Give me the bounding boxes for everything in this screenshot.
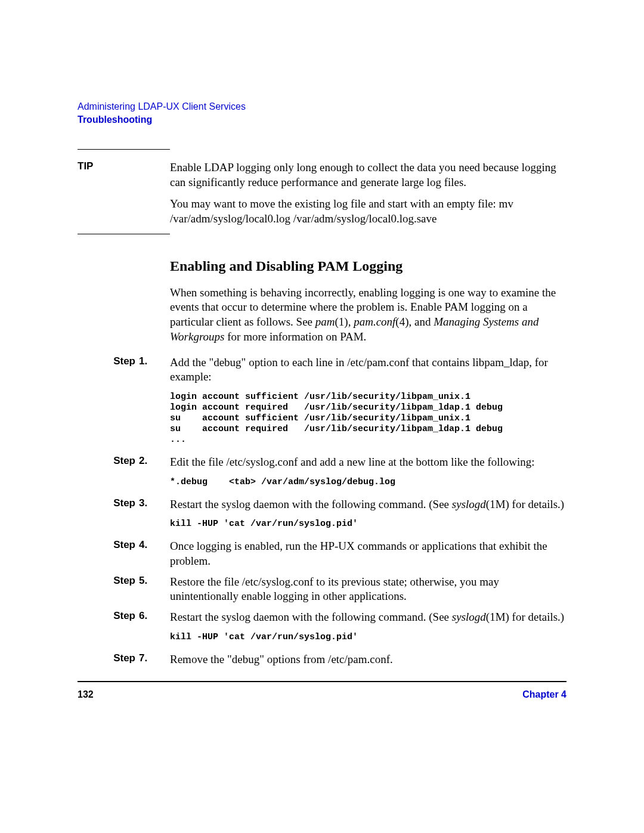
- step-text: Edit the file /etc/syslog.conf and add a…: [170, 455, 566, 470]
- page-footer: 132 Chapter 4: [78, 681, 566, 700]
- step-label: Step: [113, 497, 135, 509]
- tip-content: Enable LDAP logging only long enough to …: [170, 160, 566, 234]
- step-label: Step: [113, 355, 135, 367]
- tip-rule-top: [78, 149, 170, 150]
- step-text-prefix: Restart the syslog daemon with the follo…: [170, 498, 452, 510]
- step-number: 7.: [139, 652, 147, 664]
- step-number: 4.: [139, 539, 147, 550]
- breadcrumb: Administering LDAP-UX Client Services: [78, 101, 566, 112]
- step-text-prefix: Restart the syslog daemon with the follo…: [170, 611, 452, 623]
- tip-rule-bottom: [78, 234, 170, 234]
- step-number: 1.: [139, 355, 147, 367]
- tip-label: TIP: [78, 160, 170, 172]
- step-text-ital: syslogd: [452, 611, 486, 623]
- step-text: Once logging is enabled, run the HP-UX c…: [170, 539, 566, 568]
- step-number: 3.: [139, 497, 147, 509]
- tip-block: TIP Enable LDAP logging only long enough…: [78, 149, 566, 234]
- step-6: Step 6. Restart the syslog daemon with t…: [78, 610, 566, 625]
- step-label: Step: [113, 539, 135, 550]
- step-number: 5.: [139, 575, 147, 586]
- intro-text-mid2: (4), and: [395, 315, 434, 328]
- chapter-label: Chapter 4: [522, 689, 566, 700]
- section-heading: Enabling and Disabling PAM Logging: [170, 258, 566, 274]
- page-container: Administering LDAP-UX Client Services Tr…: [0, 0, 644, 748]
- code-block-2: *.debug <tab> /var/adm/syslog/debug.log: [170, 477, 566, 488]
- step-7: Step 7. Remove the "debug" options from …: [78, 652, 566, 667]
- step-text-ital: syslogd: [452, 498, 486, 510]
- step-label: Step: [113, 455, 135, 466]
- step-text-suffix: (1M) for details.): [486, 611, 564, 623]
- step-text: Add the "debug" option to each line in /…: [170, 355, 566, 385]
- step-text: Restore the file /etc/syslog.conf to its…: [170, 575, 566, 604]
- intro-paragraph: When something is behaving incorrectly, …: [170, 286, 566, 345]
- tip-para-2: You may want to move the existing log fi…: [170, 197, 566, 226]
- code-block-6: kill -HUP 'cat /var/run/syslog.pid': [170, 632, 566, 643]
- step-2: Step 2. Edit the file /etc/syslog.conf a…: [78, 455, 566, 470]
- step-label: Step: [113, 652, 135, 664]
- intro-ital-1: pam: [315, 315, 335, 328]
- step-text-suffix: (1M) for details.): [486, 498, 564, 510]
- step-5: Step 5. Restore the file /etc/syslog.con…: [78, 575, 566, 604]
- page-number: 132: [78, 689, 94, 700]
- step-1: Step 1. Add the "debug" option to each l…: [78, 355, 566, 385]
- code-block-1: login account sufficient /usr/lib/securi…: [170, 392, 566, 445]
- step-text: Restart the syslog daemon with the follo…: [170, 610, 566, 625]
- tip-para-1: Enable LDAP logging only long enough to …: [170, 160, 566, 190]
- intro-ital-2: pam.conf: [354, 315, 395, 328]
- step-3: Step 3. Restart the syslog daemon with t…: [78, 497, 566, 512]
- intro-text-mid1: (1),: [335, 315, 354, 328]
- step-number: 2.: [139, 455, 147, 466]
- step-text: Remove the "debug" options from /etc/pam…: [170, 652, 566, 667]
- step-4: Step 4. Once logging is enabled, run the…: [78, 539, 566, 568]
- step-label: Step: [113, 575, 135, 586]
- code-block-3: kill -HUP 'cat /var/run/syslog.pid': [170, 519, 566, 529]
- step-text: Restart the syslog daemon with the follo…: [170, 497, 566, 512]
- intro-text-suffix: for more information on PAM.: [225, 330, 367, 343]
- step-number: 6.: [139, 610, 147, 621]
- step-label: Step: [113, 610, 135, 621]
- section-name: Troubleshooting: [78, 114, 566, 125]
